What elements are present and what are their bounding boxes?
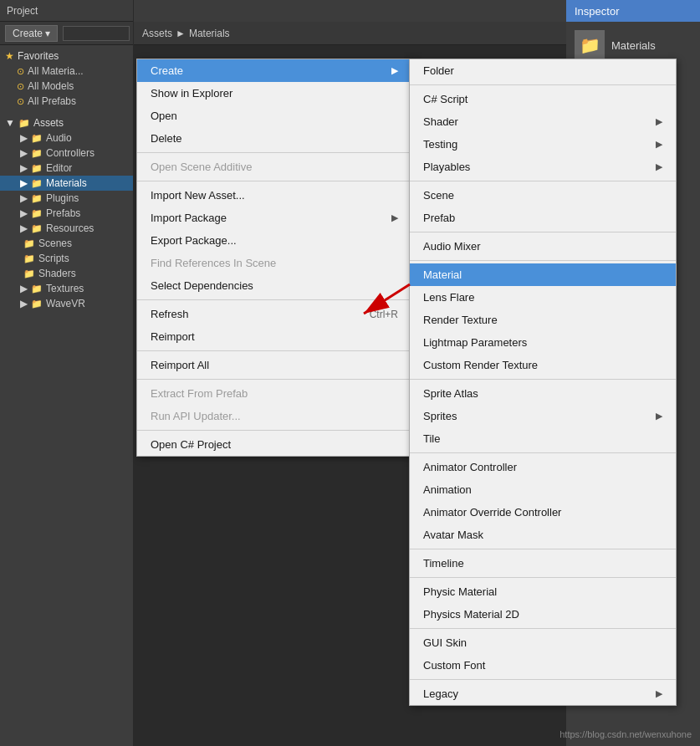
expand-icon: ▶ xyxy=(20,162,28,174)
submenu-item-prefab[interactable]: Prefab xyxy=(410,207,676,229)
menu-item-reimport[interactable]: Reimport xyxy=(137,325,411,348)
create-button[interactable]: Create ▾ xyxy=(5,25,58,42)
submenu-item-lightmap-params[interactable]: Lightmap Parameters xyxy=(410,331,676,354)
menu-item-show-explorer[interactable]: Show in Explorer xyxy=(137,82,411,105)
submenu-arrow-import: ▶ xyxy=(391,212,398,223)
folder-icon: 📁 xyxy=(23,268,35,279)
folder-icon: 📁 xyxy=(31,193,43,204)
submenu-item-animator-controller[interactable]: Animator Controller xyxy=(410,456,676,478)
project-title: Project xyxy=(7,5,38,17)
folder-icon: 📁 xyxy=(31,163,43,174)
asset-item-controllers[interactable]: ▶ 📁 Controllers xyxy=(0,146,133,161)
submenu-item-scene[interactable]: Scene xyxy=(410,184,676,207)
inspector-materials-label: Materials xyxy=(611,39,656,52)
expand-icon: ▶ xyxy=(20,192,28,204)
menu-item-import-package[interactable]: Import Package ▶ xyxy=(137,207,411,229)
submenu-item-gui-skin[interactable]: GUI Skin xyxy=(410,631,676,654)
favorites-section: ★ Favorites ⊙ All Materia... ⊙ All Model… xyxy=(0,45,133,112)
expand-icon-assets: ▼ xyxy=(5,117,15,129)
search-icon-models: ⊙ xyxy=(17,81,24,92)
asset-item-scenes[interactable]: 📁 Scenes xyxy=(0,236,133,251)
favorites-header: ★ Favorites xyxy=(0,49,133,64)
submenu-item-custom-font[interactable]: Custom Font xyxy=(410,654,676,677)
submenu-item-folder[interactable]: Folder xyxy=(410,59,676,82)
breadcrumb-assets[interactable]: Assets xyxy=(142,28,172,39)
submenu-item-audio-mixer[interactable]: Audio Mixer xyxy=(410,235,676,258)
submenu-item-animation[interactable]: Animation xyxy=(410,478,676,501)
submenu-item-legacy[interactable]: Legacy ▶ xyxy=(410,682,676,705)
menu-item-find-references: Find References In Scene xyxy=(137,252,411,274)
asset-item-resources[interactable]: ▶ 📁 Resources xyxy=(0,221,133,236)
menu-item-create[interactable]: Create ▶ xyxy=(137,59,411,82)
menu-item-delete[interactable]: Delete xyxy=(137,127,411,150)
submenu-item-material[interactable]: Material xyxy=(410,263,676,286)
menu-item-export-package[interactable]: Export Package... xyxy=(137,229,411,252)
submenu-item-physics-material-2d[interactable]: Physics Material 2D xyxy=(410,603,676,626)
submenu-item-render-texture[interactable]: Render Texture xyxy=(410,309,676,331)
inspector-title-bar: Inspector xyxy=(566,0,700,22)
submenu-item-playables[interactable]: Playables ▶ xyxy=(410,156,676,178)
context-menu-create-submenu: Folder C# Script Shader ▶ Testing ▶ Play… xyxy=(409,59,677,706)
folder-icon: 📁 xyxy=(31,148,43,159)
asset-item-textures[interactable]: ▶ 📁 Textures xyxy=(0,281,133,296)
separator-4 xyxy=(137,350,411,351)
folder-icon: 📁 xyxy=(23,253,35,264)
expand-icon: ▶ xyxy=(20,298,28,309)
favorites-item-all-prefabs[interactable]: ⊙ All Prefabs xyxy=(0,94,133,109)
submenu-item-sprite-atlas[interactable]: Sprite Atlas xyxy=(410,382,676,405)
search-icon-prefabs: ⊙ xyxy=(17,96,24,107)
submenu-item-lens-flare[interactable]: Lens Flare xyxy=(410,286,676,309)
breadcrumb-separator: ► xyxy=(176,28,186,39)
favorites-item-all-materials[interactable]: ⊙ All Materia... xyxy=(0,64,133,79)
search-input[interactable] xyxy=(63,26,130,41)
submenu-item-custom-render-texture[interactable]: Custom Render Texture xyxy=(410,354,676,376)
asset-item-shaders[interactable]: 📁 Shaders xyxy=(0,266,133,281)
asset-item-materials[interactable]: ▶ 📁 Materials xyxy=(0,176,133,191)
submenu-item-testing[interactable]: Testing ▶ xyxy=(410,133,676,156)
sub-sep-4 xyxy=(410,260,676,261)
breadcrumb-materials[interactable]: Materials xyxy=(189,28,230,39)
asset-item-waverv[interactable]: ▶ 📁 WaveVR xyxy=(0,296,133,311)
sub-sep-3 xyxy=(410,232,676,232)
separator-6 xyxy=(137,430,411,431)
assets-header: ▼ 📁 Assets xyxy=(0,115,133,130)
asset-item-editor[interactable]: ▶ 📁 Editor xyxy=(0,161,133,176)
watermark: https://blog.csdn.net/wenxuhone xyxy=(559,729,692,739)
red-arrow-indicator xyxy=(351,276,418,329)
sub-sep-10 xyxy=(410,679,676,680)
submenu-arrow-create: ▶ xyxy=(391,65,398,76)
asset-item-plugins[interactable]: ▶ 📁 Plugins xyxy=(0,191,133,206)
folder-icon: 📁 xyxy=(31,178,43,189)
expand-icon: ▶ xyxy=(20,207,28,219)
asset-item-audio[interactable]: ▶ 📁 Audio xyxy=(0,130,133,146)
sub-sep-6 xyxy=(410,452,676,453)
separator-1 xyxy=(137,152,411,153)
submenu-item-shader[interactable]: Shader ▶ xyxy=(410,110,676,133)
menu-item-open-csharp[interactable]: Open C# Project xyxy=(137,433,411,456)
folder-icon: 📁 xyxy=(31,299,43,309)
menu-item-open[interactable]: Open xyxy=(137,105,411,127)
project-panel: Project Create ▾ ★ Favorites ⊙ All Mater… xyxy=(0,0,134,746)
asset-item-scripts[interactable]: 📁 Scripts xyxy=(0,251,133,266)
project-title-bar: Project xyxy=(0,0,133,22)
submenu-item-avatar-mask[interactable]: Avatar Mask xyxy=(410,524,676,546)
submenu-item-animator-override[interactable]: Animator Override Controller xyxy=(410,501,676,524)
separator-5 xyxy=(137,379,411,380)
submenu-item-tile[interactable]: Tile xyxy=(410,427,676,450)
favorites-item-all-models[interactable]: ⊙ All Models xyxy=(0,79,133,94)
submenu-item-physic-material[interactable]: Physic Material xyxy=(410,580,676,603)
expand-icon: ▶ xyxy=(20,132,28,144)
submenu-item-csharp-script[interactable]: C# Script xyxy=(410,88,676,110)
project-toolbar: Create ▾ xyxy=(0,22,133,45)
submenu-item-sprites[interactable]: Sprites ▶ xyxy=(410,405,676,427)
separator-2 xyxy=(137,181,411,181)
menu-item-import-new-asset[interactable]: Import New Asset... xyxy=(137,184,411,207)
asset-item-prefabs[interactable]: ▶ 📁 Prefabs xyxy=(0,206,133,221)
submenu-arrow-shader: ▶ xyxy=(656,116,662,127)
sub-sep-7 xyxy=(410,549,676,549)
expand-icon: ▶ xyxy=(20,147,28,159)
submenu-item-timeline[interactable]: Timeline xyxy=(410,552,676,575)
menu-item-reimport-all[interactable]: Reimport All xyxy=(137,354,411,376)
star-icon: ★ xyxy=(5,50,14,62)
dropdown-icon: ▾ xyxy=(45,28,50,39)
